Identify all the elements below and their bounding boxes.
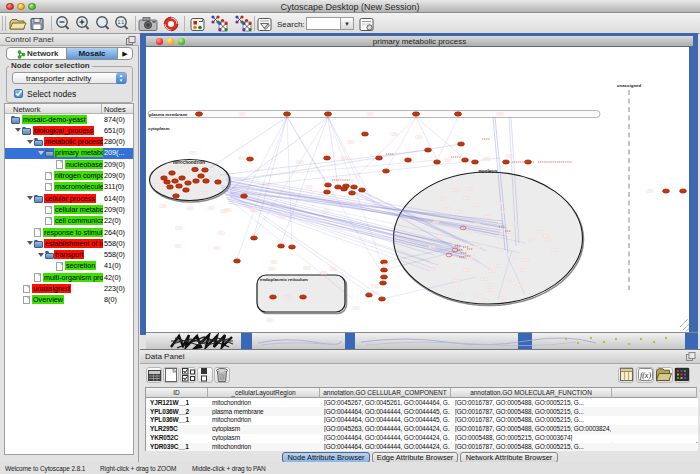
svg-text:cytoplasm: cytoplasm (148, 126, 170, 131)
svg-text:nucleus: nucleus (479, 168, 498, 174)
svg-text:1:1: 1:1 (118, 20, 125, 25)
svg-text:plasma membrane: plasma membrane (149, 112, 188, 117)
svg-text:endoplasmic reticulum: endoplasmic reticulum (260, 277, 308, 282)
svg-text:unassigned: unassigned (617, 83, 642, 88)
svg-text:f(x): f(x) (640, 371, 651, 380)
